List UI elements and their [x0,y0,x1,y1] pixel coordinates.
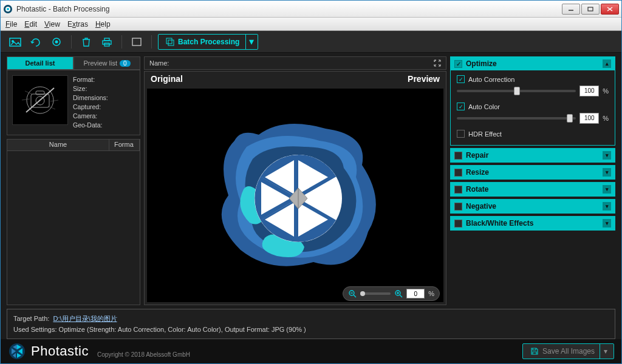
brand-name: Photastic [31,343,89,359]
svg-line-21 [26,88,54,112]
meta-camera: Camera: [73,112,108,121]
trash-icon[interactable] [78,34,95,50]
name-bar: Name: [144,56,446,70]
slider-auto-correction[interactable] [457,90,576,92]
option-hdr-effect[interactable]: HDR Effect [457,130,609,138]
name-label: Name: [149,59,169,67]
zoom-input[interactable] [406,289,425,298]
zoom-bar: % [343,286,440,301]
svg-line-30 [354,295,356,297]
meta-format: Format: [73,75,108,84]
panel-optimize-header[interactable]: ✓Optimize ▴ [451,57,615,70]
window-icon[interactable] [128,34,145,50]
col-format[interactable]: Forma [109,140,140,150]
thumbnail-placeholder [12,75,68,125]
list-header: Name Forma [7,139,140,151]
svg-line-33 [400,295,402,297]
checkbox-icon[interactable] [454,220,462,228]
svg-rect-15 [166,38,172,44]
panel-rotate-header[interactable]: Rotate▾ [451,183,615,196]
expand-icon[interactable]: ▾ [603,202,611,211]
col-name[interactable]: Name [7,140,109,150]
checkbox-icon[interactable] [454,152,462,160]
redo-icon[interactable] [27,34,44,50]
copyright: Copyright © 2018 Abelssoft GmbH [97,351,190,360]
expand-icon[interactable]: ▾ [603,219,611,228]
expand-icon[interactable]: ▾ [603,151,611,160]
minimize-button[interactable] [562,4,580,15]
detail-box: Format: Size: Dimensions: Captured: Came… [7,70,140,135]
expand-icon[interactable] [434,59,441,67]
file-list[interactable] [7,151,140,305]
svg-rect-14 [132,38,141,46]
menu-extras[interactable]: Extras [67,20,88,29]
option-auto-color[interactable]: ✓Auto Color [457,103,609,110]
meta-size: Size: [73,84,108,93]
value-auto-correction[interactable]: 100 [579,86,599,96]
zoom-slider[interactable] [360,292,391,295]
toolbar-divider [121,35,122,49]
expand-icon[interactable]: ▾ [603,185,611,194]
value-auto-color[interactable]: 100 [579,113,599,124]
toolbar: Batch Processing ▾ [1,31,621,53]
tab-preview-list[interactable]: Preview list0 [73,56,140,70]
save-dropdown-icon[interactable]: ▾ [600,344,611,359]
expand-icon[interactable]: ▾ [603,168,611,177]
maximize-button[interactable] [581,4,600,15]
svg-line-22 [22,99,30,100]
batch-dropdown-icon[interactable]: ▾ [245,35,256,49]
preview-image[interactable] [147,89,443,302]
titlebar: Photastic - Batch Processing [1,1,621,18]
option-auto-correction[interactable]: ✓Auto Correction [457,75,609,83]
camera-icon[interactable] [48,34,65,50]
meta-dimensions: Dimensions: [73,93,108,103]
preview-label: Preview [408,74,440,84]
original-label: Original [151,74,183,84]
metadata-list: Format: Size: Dimensions: Captured: Came… [73,75,108,130]
target-path-label: Target Path: [13,315,49,322]
batch-processing-button[interactable]: Batch Processing ▾ [158,34,258,50]
checkbox-icon[interactable] [454,169,462,177]
target-path-link[interactable]: D:\用户目录\我的图片 [53,315,117,322]
open-image-icon[interactable] [7,34,24,50]
panel-repair-header[interactable]: Repair▾ [451,149,615,162]
menu-help[interactable]: Help [95,20,111,29]
save-all-button[interactable]: Save All Images ▾ [522,343,614,359]
collapse-icon[interactable]: ▴ [603,59,611,68]
meta-captured: Captured: [73,103,108,112]
menubar: File Edit View Extras Help [1,18,621,31]
slider-auto-color[interactable] [457,117,576,120]
toolbar-divider [151,35,152,49]
svg-point-10 [55,40,58,43]
svg-rect-4 [588,7,593,11]
app-icon [3,4,13,14]
checkbox-icon[interactable] [454,203,462,211]
svg-rect-16 [168,40,174,46]
footer: Photastic Copyright © 2018 Abelssoft Gmb… [1,339,621,363]
panel-resize-header[interactable]: Resize▾ [451,166,615,179]
zoom-in-icon[interactable] [394,289,403,298]
menu-view[interactable]: View [44,20,60,29]
svg-rect-12 [104,38,109,41]
svg-line-23 [50,100,58,101]
tab-detail-list[interactable]: Detail list [7,56,73,70]
checkbox-icon[interactable] [454,186,462,194]
menu-edit[interactable]: Edit [24,20,37,29]
brand-icon [8,342,26,360]
panel-blackwhite-header[interactable]: Black/White Effects▾ [451,217,615,230]
meta-geodata: Geo-Data: [73,121,108,130]
close-button[interactable] [601,4,619,15]
used-settings: Used Settings: Optimize (Strength: Auto … [13,324,609,335]
menu-file[interactable]: File [5,20,17,29]
panel-optimize: ✓Optimize ▴ ✓Auto Correction 100 % ✓Auto… [450,56,615,146]
svg-rect-11 [103,41,111,44]
zoom-unit: % [428,290,434,297]
checkbox-icon[interactable]: ✓ [454,60,462,68]
panel-negative-header[interactable]: Negative▾ [451,200,615,213]
preview-count-badge: 0 [120,60,131,67]
zoom-out-icon[interactable] [348,289,357,298]
window-title: Photastic - Batch Processing [16,5,562,13]
save-icon [530,347,539,356]
toolbar-divider [71,35,72,49]
print-icon[interactable] [98,34,115,50]
